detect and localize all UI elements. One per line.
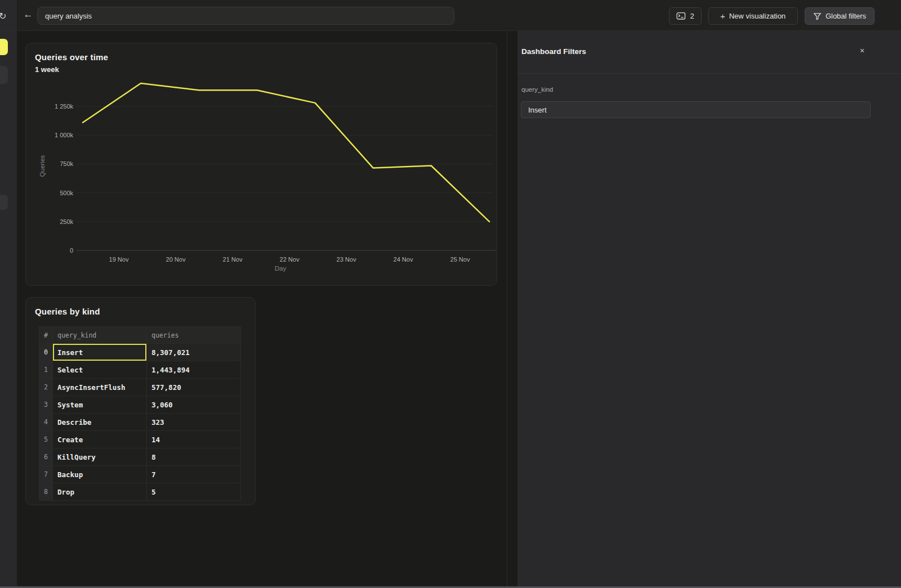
y-axis-tick-label: 1 250k	[55, 103, 74, 110]
queries-over-time-card: Queries over time 1 week 0250k500k750k1 …	[25, 43, 497, 286]
app-root: ← 2 + New visualization Global fi	[0, 0, 901, 588]
row-index-cell: 6	[39, 448, 53, 465]
query-kind-cell[interactable]: Describe	[53, 414, 147, 430]
refresh-history-icon[interactable]: ↻	[0, 11, 6, 21]
queries-value-cell[interactable]: 3,060	[147, 396, 240, 413]
queries-value-cell[interactable]: 323	[147, 414, 240, 430]
topbar-divider	[0, 30, 901, 31]
table-header-row: # query_kind queries	[39, 327, 240, 343]
row-index-cell: 7	[39, 466, 53, 483]
row-index-cell: 8	[39, 483, 53, 500]
dashboard-filters-panel: Dashboard Filters × query_kind	[518, 31, 901, 588]
sidebar-tile[interactable]	[0, 66, 8, 84]
header-cell-queries: queries	[147, 327, 240, 343]
line-chart-canvas[interactable]: 0250k500k750k1 000k1 250k19 Nov20 Nov21 …	[26, 43, 497, 285]
query-kind-cell[interactable]: Create	[53, 431, 147, 448]
header-cell-query-kind: query_kind	[53, 327, 147, 343]
query-kind-cell[interactable]: Backup	[53, 466, 147, 483]
x-axis-tick-label: 20 Nov	[166, 256, 186, 263]
queries-value-cell[interactable]: 8,307,021	[147, 344, 240, 361]
x-axis-tick-label: 23 Nov	[337, 256, 356, 263]
table-row: 2AsyncInsertFlush577,820	[39, 378, 240, 396]
back-button[interactable]: ←	[22, 8, 34, 21]
row-index-cell: 4	[39, 414, 53, 430]
y-axis-tick-label: 250k	[60, 218, 73, 225]
queries-line	[83, 83, 489, 222]
queries-table: # query_kind queries 0Insert8,307,0211Se…	[39, 326, 241, 501]
dashboard-title-input[interactable]	[37, 7, 454, 25]
table-row: 8Drop5	[39, 483, 240, 500]
query-kind-cell[interactable]: Insert	[53, 344, 147, 361]
tab-count-button[interactable]: 2	[669, 7, 702, 25]
panel-divider	[518, 73, 901, 74]
query-kind-cell[interactable]: System	[53, 396, 147, 413]
queries-value-cell[interactable]: 8	[147, 448, 240, 465]
back-icon: ←	[24, 9, 33, 20]
funnel-icon	[813, 12, 822, 20]
query-kind-cell[interactable]: Drop	[53, 483, 147, 500]
x-axis-tick-label: 19 Nov	[109, 256, 129, 263]
plus-icon: +	[720, 12, 725, 20]
table-row: 0Insert8,307,021	[39, 343, 240, 361]
sidebar-tile[interactable]	[0, 195, 8, 210]
table-title: Queries by kind	[35, 307, 100, 316]
top-bar: ← 2 + New visualization Global fi	[17, 0, 901, 30]
global-filters-label: Global filters	[826, 12, 866, 20]
row-index-cell: 5	[39, 431, 53, 448]
main-content: Queries over time 1 week 0250k500k750k1 …	[17, 31, 518, 588]
table-row: 3System3,060	[39, 396, 240, 413]
queries-value-cell[interactable]: 577,820	[147, 379, 240, 396]
header-cell-index: #	[39, 327, 53, 343]
close-button[interactable]: ×	[857, 46, 867, 56]
x-axis-tick-label: 24 Nov	[394, 256, 413, 263]
table-row: 1Select1,443,894	[39, 361, 240, 378]
x-axis-tick-label: 25 Nov	[450, 256, 470, 263]
global-filters-button[interactable]: Global filters	[805, 7, 875, 25]
left-sidebar: ↻	[0, 0, 17, 588]
terminal-icon	[676, 12, 686, 20]
x-axis-title: Day	[275, 265, 287, 272]
new-visualization-label: New visualization	[729, 12, 786, 20]
main-panel-divider	[507, 31, 507, 588]
row-index-cell: 1	[39, 361, 53, 378]
table-row: 5Create14	[39, 430, 240, 448]
queries-value-cell[interactable]: 7	[147, 466, 240, 483]
close-icon: ×	[860, 46, 864, 55]
sidebar-tile-active[interactable]	[0, 39, 8, 55]
query-kind-cell[interactable]: Select	[53, 361, 147, 378]
row-index-cell: 0	[39, 344, 53, 361]
row-index-cell: 3	[39, 396, 53, 413]
query-kind-cell[interactable]: KillQuery	[53, 448, 147, 465]
new-visualization-button[interactable]: + New visualization	[708, 7, 798, 25]
table-row: 4Describe323	[39, 413, 240, 430]
y-axis-tick-label: 750k	[60, 160, 73, 167]
panel-title: Dashboard Filters	[521, 47, 586, 56]
table-row: 7Backup7	[39, 465, 240, 483]
y-axis-tick-label: 1 000k	[55, 132, 74, 138]
table-row: 6KillQuery8	[39, 448, 240, 465]
x-axis-tick-label: 21 Nov	[223, 256, 243, 263]
query-kind-cell[interactable]: AsyncInsertFlush	[53, 379, 147, 396]
y-axis-title: Queries	[39, 155, 46, 177]
queries-by-kind-card: Queries by kind # query_kind queries 0In…	[25, 297, 256, 505]
filter-field-label: query_kind	[521, 86, 553, 93]
queries-value-cell[interactable]: 5	[147, 483, 240, 500]
row-index-cell: 2	[39, 379, 53, 396]
queries-value-cell[interactable]: 1,443,894	[147, 361, 240, 378]
filter-field-input[interactable]	[521, 101, 871, 118]
queries-value-cell[interactable]: 14	[147, 431, 240, 448]
x-axis-tick-label: 22 Nov	[280, 256, 300, 263]
y-axis-tick-label: 0	[70, 247, 73, 254]
y-axis-tick-label: 500k	[60, 190, 73, 196]
tab-count-label: 2	[690, 12, 694, 20]
